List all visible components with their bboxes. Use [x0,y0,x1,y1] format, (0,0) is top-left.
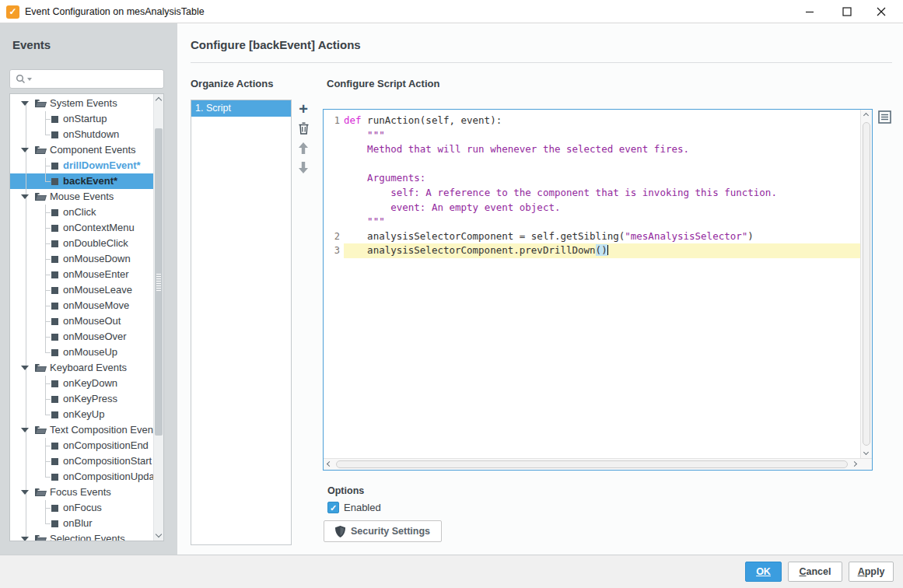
code-line[interactable]: """ [344,215,860,229]
tree-group[interactable]: Mouse Events [10,189,153,205]
code-line[interactable]: """ [344,128,860,143]
trash-icon [298,122,310,135]
tree-group[interactable]: Component Events [10,142,153,158]
tree-scrollbar[interactable] [153,94,163,541]
tree-event[interactable]: onKeyUp [10,407,153,422]
events-heading: Events [12,38,51,51]
tree-event[interactable]: onMouseEnter [10,267,153,282]
tree-event[interactable]: onMouseOut [10,313,153,329]
event-icon [51,334,58,341]
events-tree-rows: System EventsonStartuponShutdownComponen… [10,96,153,541]
tree-event[interactable]: onMouseUp [10,345,153,360]
code-line[interactable]: self: A reference to the component that … [344,186,860,201]
tree-event[interactable]: onDoubleClick [10,236,153,251]
chevron-expanded-icon[interactable] [21,194,29,199]
tree-group[interactable]: Focus Events [10,485,153,500]
close-button[interactable] [866,0,897,23]
tree-event[interactable]: onContextMenu [10,220,153,236]
security-settings-button[interactable]: Security Settings [324,520,442,542]
editor-horizontal-scrollbar[interactable] [324,459,860,470]
shield-icon [335,526,345,537]
open-full-editor-button[interactable] [877,110,892,124]
vertical-scroll-thumb[interactable] [863,122,870,446]
actions-list[interactable]: 1. Script [191,100,292,545]
event-icon [51,178,58,185]
add-action-button[interactable]: + [294,100,313,118]
apply-button[interactable]: Apply [849,562,894,582]
code-line[interactable]: analysisSelectorComponent.prevDrillDown(… [344,243,860,258]
arrow-down-icon [298,162,309,173]
action-item[interactable]: 1. Script [191,100,291,117]
scroll-down-icon[interactable] [863,450,869,455]
tree-event[interactable]: onMouseDown [10,251,153,267]
horizontal-scroll-thumb[interactable] [336,460,848,468]
organize-actions-label: Organize Actions [191,78,273,89]
chevron-expanded-icon[interactable] [21,101,29,106]
code-line[interactable]: def runAction(self, event): [344,114,860,128]
scroll-up-icon[interactable] [156,97,162,103]
editor-vertical-scrollbar[interactable] [860,110,872,458]
tree-event[interactable]: onClick [10,205,153,220]
configure-actions-panel: Configure [backEvent] Actions Organize A… [177,23,903,555]
dialog-footer: OK Cancel Apply [0,555,903,588]
tree-group[interactable]: Text Composition Events [10,422,153,438]
chevron-expanded-icon[interactable] [21,537,29,541]
tree-event[interactable]: onShutdown [10,127,153,142]
chevron-expanded-icon[interactable] [21,148,29,152]
chevron-expanded-icon[interactable] [21,428,29,432]
tree-group[interactable]: Keyboard Events [10,360,153,376]
script-editor[interactable]: 1 23 def runAction(self, event): """ Met… [323,109,873,471]
events-panel: Events System EventsonStartuponShutdownC… [0,23,177,555]
chevron-expanded-icon[interactable] [21,366,29,370]
tree-scrollbar-thumb[interactable] [155,128,163,436]
enabled-label: Enabled [344,502,381,513]
tree-group[interactable]: Selection Events [10,531,153,541]
tree-event[interactable]: onCompositionEnd [10,438,153,453]
code-line[interactable]: Arguments: [344,171,860,186]
tree-event[interactable]: onBlur [10,516,153,531]
scroll-left-icon[interactable] [327,461,332,467]
scroll-down-icon[interactable] [156,531,162,537]
minimize-button[interactable] [794,0,825,23]
tree-event[interactable]: onKeyPress [10,391,153,407]
code-line[interactable]: analysisSelectorComponent = self.getSibl… [344,229,860,244]
event-search-box[interactable] [9,69,164,89]
event-icon [51,209,58,216]
ok-button[interactable]: OK [745,562,782,582]
tree-event[interactable]: onMouseMove [10,298,153,313]
tree-event[interactable]: onFocus [10,500,153,516]
code-line[interactable]: event: An empty event object. [344,201,860,215]
enabled-checkbox[interactable]: ✓ [327,502,339,513]
event-icon [51,116,58,123]
folder-icon [35,192,47,201]
tree-event[interactable]: onKeyDown [10,376,153,391]
editor-code[interactable]: def runAction(self, event): """ Method t… [344,110,860,458]
tree-event[interactable]: drillDownEvent* [10,158,153,173]
move-action-down-button[interactable] [294,158,313,177]
tree-event[interactable]: onCompositionUpdate [10,469,153,485]
add-icon: + [299,102,308,116]
event-config-check-icon: ✓ [6,5,19,19]
tree-event[interactable]: onCompositionStart [10,453,153,469]
chevron-expanded-icon[interactable] [21,490,29,495]
maximize-button[interactable] [831,0,863,23]
scroll-right-icon[interactable] [852,461,857,467]
arrow-up-icon [298,142,309,154]
scroll-up-icon[interactable] [863,113,869,118]
event-icon [51,303,58,310]
page-title: Configure [backEvent] Actions [191,38,361,51]
cancel-button[interactable]: Cancel [788,562,842,582]
tree-group[interactable]: System Events [10,96,153,111]
window-title: Event Configuration on mesAnalysisTable [25,6,205,17]
tree-event[interactable]: onStartup [10,111,153,127]
delete-action-button[interactable] [294,119,313,138]
code-line[interactable] [344,157,860,172]
code-line[interactable]: Method that will run whenever the select… [344,142,860,157]
tree-event[interactable]: onMouseOver [10,329,153,345]
move-action-up-button[interactable] [294,138,313,157]
event-icon [51,240,58,247]
events-tree[interactable]: System EventsonStartuponShutdownComponen… [9,93,164,541]
tree-event[interactable]: onMouseLeave [10,282,153,298]
tree-event[interactable]: backEvent* [10,173,153,189]
search-input[interactable] [32,72,163,87]
